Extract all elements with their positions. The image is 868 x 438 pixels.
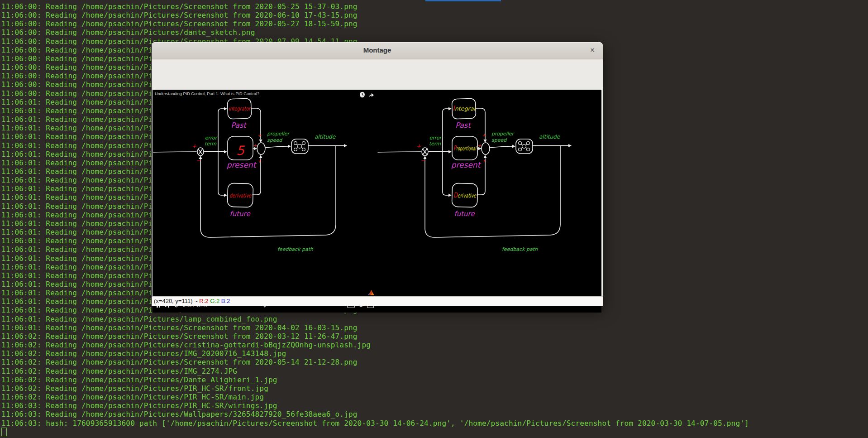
desktop: { "desktop": { "top_accent_color": "#2b6… (0, 0, 868, 438)
svg-text:Integral: Integral (453, 104, 476, 112)
svg-text:−: − (196, 157, 201, 164)
svg-text:future: future (229, 210, 251, 218)
svg-text:derivative: derivative (229, 193, 252, 199)
svg-text:Past: Past (455, 121, 472, 130)
video-title-overlay: Understanding PID Control, Part 1: What … (155, 91, 259, 96)
window-title: Montage (152, 46, 603, 54)
close-button[interactable]: × (587, 45, 597, 55)
svg-text:speed: speed (491, 137, 507, 143)
svg-text:Derivative: Derivative (453, 191, 477, 199)
svg-text:+: + (482, 132, 486, 138)
svg-text:propeller: propeller (491, 131, 515, 137)
panel-accent-bar (425, 0, 501, 1)
svg-text:error: error (205, 135, 218, 141)
terminal-line: 11:06:00: Reading /home/psachin/Pictures… (1, 28, 868, 37)
terminal-line: 11:06:02: Reading /home/psachin/Pictures… (1, 341, 868, 349)
share-icon[interactable] (368, 91, 374, 100)
video-frame-2: Integral Proportional Derivative Past pr… (377, 90, 601, 313)
terminal-cursor (1, 428, 7, 436)
svg-text:error: error (429, 135, 443, 141)
svg-text:+: + (253, 143, 257, 149)
svg-text:speed: speed (267, 137, 283, 143)
svg-text:present: present (451, 160, 482, 169)
svg-text:future: future (454, 210, 475, 218)
svg-text:term: term (429, 141, 441, 147)
terminal-line: 11:06:00: Reading /home/psachin/Pictures… (1, 2, 868, 11)
svg-text:−: − (420, 157, 425, 164)
terminal-line: 11:06:00: Reading /home/psachin/Pictures… (1, 19, 868, 28)
svg-text:feedback path: feedback path (277, 246, 314, 252)
watch-later-icon[interactable] (359, 91, 365, 100)
pid-block-diagram: Integral Proportional Derivative Past pr… (377, 90, 601, 313)
window-titlebar[interactable]: Montage × (152, 42, 603, 59)
terminal-line: 11:06:03: Reading /home/psachin/Pictures… (1, 410, 868, 419)
terminal-line: 11:06:03: Reading /home/psachin/Pictures… (1, 401, 868, 410)
svg-text:feedback path: feedback path (502, 246, 538, 252)
terminal-line: 11:06:00: Reading /home/psachin/Pictures… (1, 11, 868, 19)
figure-canvas: integrator 5 derivative Past present fut… (152, 59, 603, 297)
montage-window: Montage × integrator 5 derivativ (152, 42, 603, 306)
svg-text:+: + (482, 158, 486, 164)
terminal-line: 11:06:02: Reading /home/psachin/Pictures… (1, 375, 868, 384)
montage-image[interactable]: integrator 5 derivative Past present fut… (153, 90, 601, 313)
terminal-line: 11:06:03: hash: 17609365913600 path ['/h… (1, 419, 868, 428)
svg-text:integrator: integrator (229, 106, 251, 112)
terminal-line: 11:06:01: Reading /home/psachin/Pictures… (1, 323, 868, 332)
video-frame-1: integrator 5 derivative Past present fut… (153, 90, 377, 313)
svg-text:Proportional: Proportional (453, 144, 477, 152)
svg-text:Past: Past (231, 121, 247, 130)
cursor-coords: (x=420, y=111) ~ (154, 298, 199, 304)
svg-text:term: term (205, 141, 216, 147)
terminal-line: 11:06:02: Reading /home/psachin/Pictures… (1, 358, 868, 366)
svg-text:+: + (257, 158, 262, 164)
svg-text:+: + (257, 132, 262, 138)
pixel-green-value: G:2 (210, 298, 219, 304)
svg-text:5: 5 (236, 143, 245, 158)
svg-text:+: + (477, 143, 482, 149)
terminal-line: 11:06:02: Reading /home/psachin/Pictures… (1, 349, 868, 358)
terminal-line: 11:06:02: Reading /home/psachin/Pictures… (1, 393, 868, 401)
terminal-line: 11:06:02: Reading /home/psachin/Pictures… (1, 367, 868, 375)
pixel-blue-value: B:2 (221, 298, 230, 304)
pid-block-diagram: integrator 5 derivative Past present fut… (153, 90, 377, 313)
svg-text:altitude: altitude (539, 134, 561, 140)
terminal-line: 11:06:02: Reading /home/psachin/Pictures… (1, 384, 868, 393)
svg-text:+: + (192, 143, 197, 149)
statusbar: (x=420, y=111) ~ R:2 G:2 B:2 (152, 296, 603, 306)
terminal-line: 11:06:02: Reading /home/psachin/Pictures… (1, 332, 868, 341)
svg-text:present: present (227, 160, 257, 169)
svg-text:+: + (416, 143, 421, 149)
svg-text:propeller: propeller (267, 131, 291, 137)
svg-text:altitude: altitude (315, 134, 336, 140)
pixel-red-value: R:2 (199, 298, 208, 304)
terminal-line: 11:06:01: Reading /home/psachin/Pictures… (1, 315, 868, 323)
